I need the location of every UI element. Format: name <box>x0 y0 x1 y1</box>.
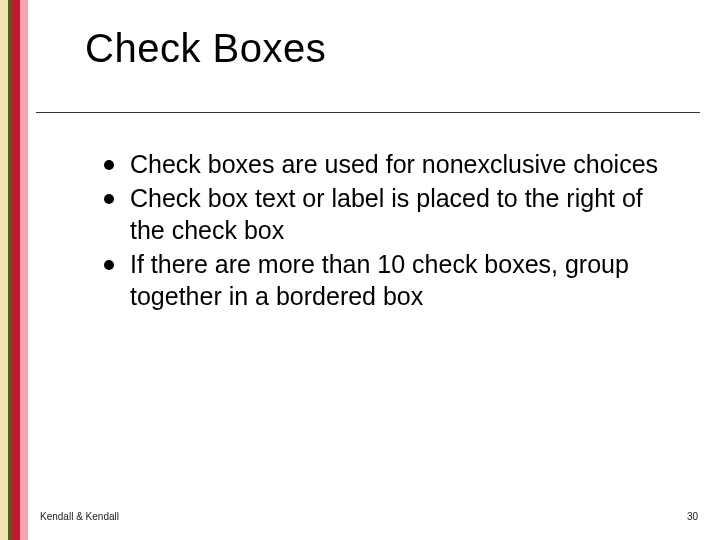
bullet-text: If there are more than 10 check boxes, g… <box>130 248 665 312</box>
list-item: Check box text or label is placed to the… <box>130 182 665 246</box>
stripe-cream <box>0 0 8 540</box>
footer-page-number: 30 <box>687 511 698 522</box>
bullet-dot-icon <box>104 194 114 204</box>
bullet-text: Check box text or label is placed to the… <box>130 182 665 246</box>
title-underline <box>36 112 700 113</box>
left-stripe-decoration <box>0 0 28 540</box>
stripe-red <box>12 0 20 540</box>
stripe-pink <box>20 0 28 540</box>
bullet-dot-icon <box>104 160 114 170</box>
slide-title: Check Boxes <box>85 26 326 71</box>
bullet-list: Check boxes are used for nonexclusive ch… <box>130 148 665 314</box>
footer-author: Kendall & Kendall <box>40 511 119 522</box>
bullet-dot-icon <box>104 260 114 270</box>
bullet-text: Check boxes are used for nonexclusive ch… <box>130 148 665 180</box>
list-item: Check boxes are used for nonexclusive ch… <box>130 148 665 180</box>
list-item: If there are more than 10 check boxes, g… <box>130 248 665 312</box>
